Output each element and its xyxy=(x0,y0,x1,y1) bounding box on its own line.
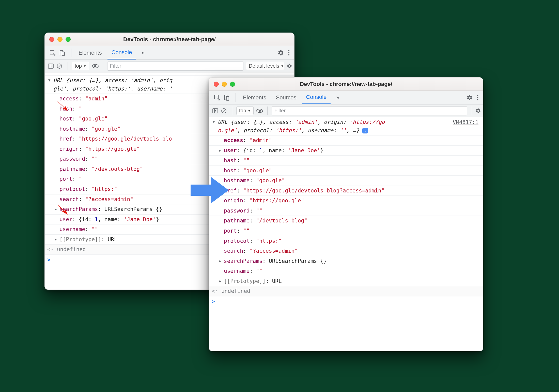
log-levels-selector[interactable]: Default levels ▼ xyxy=(246,62,284,70)
console-output[interactable]: VM4817:1 ▼ URL {user: {…}, access: 'admi… xyxy=(209,117,483,307)
toggle-sidebar-icon[interactable] xyxy=(48,63,54,69)
svg-point-9 xyxy=(94,65,96,67)
toggle-sidebar-icon[interactable] xyxy=(212,108,218,114)
prop-user[interactable]: ▶ user: {id: 1, name: 'Jane Doe'} xyxy=(209,146,483,156)
collapse-icon[interactable]: ▼ xyxy=(213,119,215,125)
tab-overflow[interactable]: » xyxy=(332,91,343,104)
svg-rect-12 xyxy=(226,96,229,100)
expand-icon[interactable]: ▶ xyxy=(219,259,221,264)
svg-point-3 xyxy=(288,50,290,51)
prop-host[interactable]: host: "goo.gle" xyxy=(209,166,483,176)
prop-search[interactable]: search: "?access=admin" xyxy=(209,246,483,256)
kebab-icon[interactable] xyxy=(477,95,478,100)
context-label: top xyxy=(239,108,246,114)
gear-icon[interactable] xyxy=(466,94,473,101)
divider xyxy=(232,107,232,115)
console-filterbar: top ▼ xyxy=(209,104,483,117)
prop-protocol[interactable]: protocol: "https:" xyxy=(209,236,483,246)
result-row: <· undefined xyxy=(209,286,483,296)
svg-rect-2 xyxy=(62,52,65,55)
live-expression-icon[interactable] xyxy=(256,108,263,113)
chevron-down-icon: ▼ xyxy=(281,64,284,68)
divider xyxy=(103,62,103,70)
summary-line2: gle', protocol: 'https:', username: ' xyxy=(53,86,172,92)
prop-username[interactable]: username: "" xyxy=(209,266,483,276)
gear-icon[interactable] xyxy=(277,50,284,56)
divider xyxy=(267,107,268,115)
gear-icon[interactable] xyxy=(475,108,481,114)
divider xyxy=(471,107,471,115)
undefined-label: undefined xyxy=(221,288,250,294)
titlebar[interactable]: DevTools - chrome://new-tab-page/ xyxy=(209,78,483,91)
callout-arrow-icon xyxy=(56,204,69,217)
prop-password[interactable]: password: "" xyxy=(209,206,483,216)
callout-arrow-icon xyxy=(56,100,69,113)
filter-input[interactable] xyxy=(107,62,243,71)
filter-input[interactable] xyxy=(272,106,467,115)
expand-icon[interactable]: ▶ xyxy=(219,279,221,284)
inspect-icon[interactable] xyxy=(214,94,220,101)
info-icon[interactable]: i xyxy=(362,128,368,133)
gear-icon[interactable] xyxy=(287,63,292,69)
prev-row-clipped xyxy=(45,72,294,76)
prop-hash[interactable]: hash: "" xyxy=(209,156,483,166)
devtools-tabbar: Elements Console » xyxy=(45,46,294,60)
console-prompt[interactable]: > xyxy=(209,296,483,307)
titlebar[interactable]: DevTools - chrome://new-tab-page/ xyxy=(45,33,294,46)
clear-console-icon[interactable] xyxy=(221,108,227,114)
prop-searchparams[interactable]: ▶ searchParams: URLSearchParams {} xyxy=(209,256,483,266)
clear-console-icon[interactable] xyxy=(56,63,63,69)
device-toggle-icon[interactable] xyxy=(223,94,230,101)
live-expression-icon[interactable] xyxy=(92,64,99,69)
prop-prototype[interactable]: ▶ [[Prototype]]: URL xyxy=(209,276,483,287)
result-icon: <· xyxy=(212,288,218,294)
chevron-double-icon: » xyxy=(336,94,339,101)
context-selector[interactable]: top ▼ xyxy=(72,62,89,70)
prop-origin[interactable]: origin: "https://goo.gle" xyxy=(209,196,483,206)
undefined-label: undefined xyxy=(57,246,86,252)
tab-console[interactable]: Console xyxy=(107,46,136,59)
prop-pathname[interactable]: pathname: "/devtools-blog" xyxy=(209,216,483,226)
object-summary[interactable]: ▼ URL {user: {…}, access: 'admin', origi… xyxy=(209,117,483,135)
prop-href[interactable]: href: "https://goo.gle/devtools-blog?acc… xyxy=(209,186,483,196)
kebab-icon[interactable] xyxy=(288,50,290,56)
window-title: DevTools - chrome://new-tab-page/ xyxy=(45,36,294,43)
result-icon: <· xyxy=(47,246,54,252)
divider xyxy=(236,93,236,102)
prop-hostname[interactable]: hostname: "goo.gle" xyxy=(209,176,483,186)
divider xyxy=(68,62,68,70)
tab-elements[interactable]: Elements xyxy=(239,91,270,104)
transition-arrow-icon xyxy=(191,175,229,205)
svg-point-13 xyxy=(477,95,478,96)
devtools-window-after: DevTools - chrome://new-tab-page/ Elemen… xyxy=(209,77,483,351)
tab-sources[interactable]: Sources xyxy=(272,91,301,104)
tab-console[interactable]: Console xyxy=(302,91,331,104)
svg-point-5 xyxy=(288,54,290,55)
svg-point-15 xyxy=(477,99,478,100)
levels-label: Default levels xyxy=(249,63,279,69)
summary-text: URL {user: {…}, access: 'admin', origin:… xyxy=(218,119,385,133)
expand-icon[interactable]: ▶ xyxy=(219,148,221,153)
expand-icon[interactable]: ▶ xyxy=(55,237,57,242)
tab-elements[interactable]: Elements xyxy=(74,46,106,59)
prompt-icon: > xyxy=(47,256,51,264)
collapse-icon[interactable]: ▼ xyxy=(48,78,50,83)
prop-access[interactable]: access: "admin" xyxy=(209,135,483,146)
summary-line1: URL {user: {…}, access: 'admin', orig xyxy=(53,77,172,83)
prop-port[interactable]: port: "" xyxy=(209,226,483,236)
svg-point-19 xyxy=(259,110,260,112)
prompt-icon: > xyxy=(212,297,215,306)
devtools-tabbar: Elements Sources Console » xyxy=(209,91,483,104)
svg-point-14 xyxy=(477,97,478,98)
chevron-down-icon: ▼ xyxy=(248,109,251,113)
tab-overflow[interactable]: » xyxy=(137,46,149,59)
chevron-down-icon: ▼ xyxy=(83,64,86,68)
divider xyxy=(71,49,71,57)
device-toggle-icon[interactable] xyxy=(59,50,66,56)
console-filterbar: top ▼ Default levels ▼ xyxy=(45,60,294,72)
chevron-double-icon: » xyxy=(142,50,145,56)
inspect-icon[interactable] xyxy=(49,50,56,56)
context-label: top xyxy=(75,63,82,69)
window-title: DevTools - chrome://new-tab-page/ xyxy=(209,81,483,87)
context-selector[interactable]: top ▼ xyxy=(236,107,254,115)
